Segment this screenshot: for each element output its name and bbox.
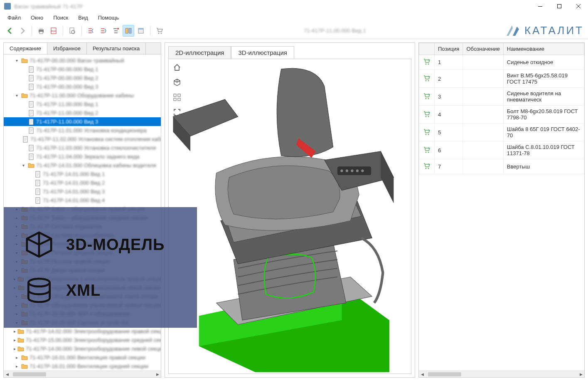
svg-point-10 xyxy=(117,28,119,30)
tree-item[interactable]: ▸71-417Р-14.02.000 Электрооборудование п… xyxy=(4,327,161,336)
tab-contents[interactable]: Содержание xyxy=(4,43,47,54)
svg-point-63 xyxy=(428,151,429,153)
viewer-toolbar xyxy=(171,62,183,118)
table-row[interactable]: 6Шайба С.8.01.10.019 ГОСТ 11371-78 xyxy=(419,141,584,159)
svg-rect-0 xyxy=(4,3,11,10)
col-position[interactable]: Позиция xyxy=(435,43,463,55)
col-cart[interactable] xyxy=(419,43,435,55)
tab-favorites[interactable]: Избранное xyxy=(47,43,87,54)
viewer-tabs: 2D-иллюстрация 3D-иллюстрация xyxy=(165,43,415,59)
pdf-button[interactable]: PDF xyxy=(48,25,59,37)
menu-window[interactable]: Окно xyxy=(27,14,47,22)
expand-button[interactable] xyxy=(98,25,109,37)
col-code[interactable]: Обозначение xyxy=(463,43,503,55)
maximize-button[interactable] xyxy=(550,0,569,12)
svg-point-61 xyxy=(428,134,429,135)
table-hscroll[interactable]: ◀▶ xyxy=(419,371,584,377)
add-to-cart-button[interactable] xyxy=(419,124,435,141)
cell-name: Сиденье водителя на пневматическ xyxy=(503,88,584,106)
tree-item[interactable]: ▾71-417Р-00.00.000 Вагон трамвайный xyxy=(4,56,161,65)
svg-rect-33 xyxy=(178,94,180,96)
table-row[interactable]: 3 Сиденье водителя на пневматическ xyxy=(419,88,584,106)
cart-button[interactable] xyxy=(154,25,165,37)
svg-rect-12 xyxy=(129,28,131,33)
layout-single-button[interactable] xyxy=(135,25,147,37)
svg-point-31 xyxy=(28,279,49,287)
add-to-cart-button[interactable] xyxy=(419,70,435,88)
tab-2d[interactable]: 2D-иллюстрация xyxy=(168,46,231,59)
home-view-button[interactable] xyxy=(171,62,183,73)
collapse-button[interactable] xyxy=(85,25,97,37)
isometric-button[interactable] xyxy=(171,77,183,88)
window-title: Вагон трамвайный 71-417Р xyxy=(14,3,531,10)
svg-rect-32 xyxy=(174,94,176,96)
svg-rect-1 xyxy=(538,6,542,7)
menu-view[interactable]: Вид xyxy=(74,14,92,22)
svg-point-15 xyxy=(158,32,160,34)
tree-item[interactable]: 71-417Р-11.02.000 Установка систем отопл… xyxy=(4,135,161,143)
cell-pos: 6 xyxy=(435,141,463,159)
col-name[interactable]: Наименование xyxy=(503,43,584,55)
viewer-panel: 2D-иллюстрация 3D-иллюстрация xyxy=(165,42,415,378)
svg-point-58 xyxy=(426,116,427,117)
tree-button[interactable] xyxy=(110,25,122,37)
menu-file[interactable]: Файл xyxy=(3,14,25,22)
table-row[interactable]: 1 Сиденье откидное xyxy=(419,55,584,70)
svg-point-57 xyxy=(428,98,429,99)
layout-split-button[interactable] xyxy=(123,25,134,37)
tree-item[interactable]: ▾71-417Р-14.01.000 Облицовка кабины води… xyxy=(4,161,161,170)
brand-logo: КАТАЛИТ xyxy=(504,23,584,38)
cell-name: Шайба 8 65Г 019 ГОСТ 6402-70 xyxy=(503,124,584,141)
tree-item[interactable]: 71-417Р-00.00.000 Вид 2 xyxy=(4,74,161,82)
viewport-3d[interactable] xyxy=(168,59,411,374)
tree-item[interactable]: 71-417Р-14.01.000 Вид 4 xyxy=(4,196,161,205)
tree-item[interactable]: 71-417Р-00.00.000 Вид 3 xyxy=(4,82,161,91)
table-row[interactable]: 4Болт М8-6gx20.58.019 ГОСТ 7798-70 xyxy=(419,106,584,124)
tree-item[interactable]: 71-417Р-11.01.000 Установка кондиционера xyxy=(4,126,161,135)
tree-item[interactable]: 71-417Р-14.01.000 Вид 1 xyxy=(4,170,161,178)
tree-item[interactable]: ▸71-417Р-16.01.000 Вентиляция правой сек… xyxy=(4,353,161,362)
tree-item[interactable]: 71-417Р-11.03.000 Установка стеклоочисти… xyxy=(4,143,161,152)
add-to-cart-button[interactable] xyxy=(419,106,435,124)
menu-search[interactable]: Поиск xyxy=(49,14,72,22)
add-to-cart-button[interactable] xyxy=(419,88,435,106)
cell-pos: 3 xyxy=(435,88,463,106)
tab-3d[interactable]: 3D-иллюстрация xyxy=(231,46,294,59)
svg-marker-45 xyxy=(381,151,394,203)
database-icon xyxy=(25,276,54,305)
close-button[interactable] xyxy=(569,0,588,12)
add-to-cart-button[interactable] xyxy=(419,141,435,159)
tree-item[interactable]: ▸71-417Р-16.01.000 Вентиляция средней се… xyxy=(4,362,161,371)
preview-button[interactable] xyxy=(66,25,78,37)
minimize-button[interactable] xyxy=(531,0,550,12)
tree-item[interactable]: 71-417Р-14.01.000 Вид 3 xyxy=(4,187,161,196)
table-row[interactable]: 2Винт В.М5-6gx25.58.019 ГОСТ 17475 xyxy=(419,70,584,88)
menubar: Файл Окно Поиск Вид Помощь xyxy=(0,12,588,22)
tree-item[interactable]: ▸71-417Р-15.00.000 Электрооборудование с… xyxy=(4,336,161,344)
print-button[interactable] xyxy=(35,25,47,37)
menu-help[interactable]: Помощь xyxy=(94,14,123,22)
tree-item[interactable]: ▾71-417Р-11.00.000 Оборудование кабины xyxy=(4,91,161,100)
add-to-cart-button[interactable] xyxy=(419,55,435,70)
tree-item[interactable]: 71-417Р-11.00.000 Вид 3 xyxy=(4,117,161,126)
back-button[interactable] xyxy=(4,25,16,37)
cell-pos: 4 xyxy=(435,106,463,124)
explode-button[interactable] xyxy=(171,92,183,103)
fullscreen-button[interactable] xyxy=(171,106,183,118)
tree-item[interactable]: 71-417Р-11.00.000 Вид 2 xyxy=(4,109,161,117)
add-to-cart-button[interactable] xyxy=(419,159,435,174)
tree-item[interactable]: 71-417Р-14.01.000 Вид 2 xyxy=(4,178,161,187)
svg-point-50 xyxy=(356,170,359,172)
tree-item[interactable]: 71-417Р-11.04.000 Зеркало заднего вида xyxy=(4,152,161,161)
cell-code xyxy=(463,55,503,70)
titlebar: Вагон трамвайный 71-417Р xyxy=(0,0,588,12)
sidebar-hscroll[interactable]: ◀▶ xyxy=(4,371,161,377)
tree-item[interactable]: 71-417Р-11.00.000 Вид 1 xyxy=(4,100,161,109)
table-row[interactable]: 5Шайба 8 65Г 019 ГОСТ 6402-70 xyxy=(419,124,584,141)
tree-item[interactable]: 71-417Р-00.00.000 Вид 1 xyxy=(4,65,161,74)
svg-rect-35 xyxy=(178,98,180,101)
table-row[interactable]: 7 Ввертыш xyxy=(419,159,584,174)
tree-item[interactable]: ▸71-417Р-14.00.000 Электрооборудование л… xyxy=(4,344,161,353)
forward-button[interactable] xyxy=(17,25,28,37)
tab-results[interactable]: Результаты поиска xyxy=(87,43,146,54)
